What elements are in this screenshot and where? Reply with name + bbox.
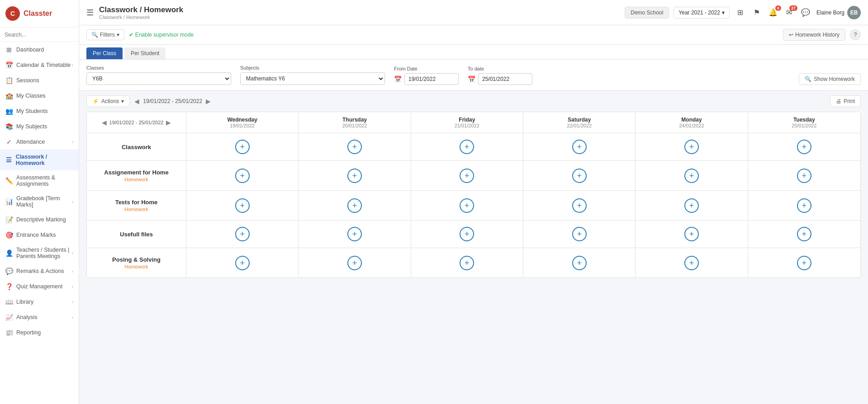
add-button-0-4[interactable]: + — [684, 140, 699, 154]
from-date-input[interactable] — [404, 73, 459, 85]
sidebar-item-my-subjects[interactable]: 📚 My Subjects — [0, 119, 79, 134]
sidebar-item-reporting[interactable]: 📰 Reporting — [0, 325, 79, 340]
remarks-icon: 💬 — [5, 268, 13, 275]
filters-button[interactable]: 🔍 Filters ▾ — [86, 29, 124, 40]
add-button-4-5[interactable]: + — [797, 256, 811, 270]
office-icon[interactable]: ⊞ — [734, 6, 747, 19]
subjects-select[interactable]: Mathematics Y6 — [240, 72, 385, 85]
flag-icon[interactable]: ⚑ — [750, 6, 763, 19]
add-button-2-2[interactable]: + — [460, 198, 474, 213]
sidebar-item-assessments[interactable]: ✏️ Assessments & Assignments — [0, 170, 79, 191]
app-logo-icon: C — [5, 6, 20, 21]
header-prev-icon[interactable]: ◀ — [102, 119, 107, 126]
add-button-4-2[interactable]: + — [460, 256, 474, 270]
add-button-3-1[interactable]: + — [347, 227, 362, 241]
add-button-1-3[interactable]: + — [572, 169, 587, 183]
sidebar-item-calendar[interactable]: 📅 Calendar & Timetable ‹ — [0, 57, 79, 73]
print-button[interactable]: 🖨 Print — [830, 95, 861, 107]
show-homework-button[interactable]: 🔍 Show Homework — [799, 73, 861, 85]
sidebar-item-library[interactable]: 📖 Library ‹ — [0, 294, 79, 310]
prev-arrow-icon[interactable]: ◀ — [134, 98, 139, 105]
add-button-3-3[interactable]: + — [572, 227, 587, 241]
header-col-5: Tuesday25/01/2022 — [748, 112, 860, 133]
add-button-3-0[interactable]: + — [235, 227, 250, 241]
header-next-icon[interactable]: ▶ — [166, 119, 171, 126]
sidebar-item-remarks[interactable]: 💬 Remarks & Actions ‹ — [0, 263, 79, 279]
add-button-1-1[interactable]: + — [347, 169, 362, 183]
tab-per-student[interactable]: Per Student — [124, 47, 166, 59]
schedule-header-nav: ◀ 19/01/2022 - 25/01/2022 ▶ — [87, 112, 186, 133]
sidebar-item-my-students[interactable]: 👥 My Students — [0, 103, 79, 119]
search-input[interactable] — [5, 32, 74, 38]
add-button-0-5[interactable]: + — [797, 140, 811, 154]
sidebar-item-my-classes[interactable]: 🏫 My Classes — [0, 88, 79, 103]
add-button-4-0[interactable]: + — [235, 256, 250, 270]
next-arrow-icon[interactable]: ▶ — [206, 98, 211, 105]
page-toolbar: 🔍 Filters ▾ ✔ Enable supervisor mode ↩ H… — [79, 25, 868, 45]
add-button-4-4[interactable]: + — [684, 256, 699, 270]
sidebar-item-descriptive[interactable]: 📝 Descriptive Marking — [0, 212, 79, 227]
demo-school-button[interactable]: Demo School — [625, 7, 669, 19]
app-name: Classter — [24, 9, 52, 18]
sidebar-item-analysis[interactable]: 📈 Analysis ‹ — [0, 310, 79, 325]
mail-icon[interactable]: ✉ 37 — [783, 6, 796, 19]
sidebar-item-sessions[interactable]: 📋 Sessions — [0, 73, 79, 88]
sidebar-item-classwork[interactable]: ☰ Classwork / Homework — [0, 150, 79, 170]
header-col-1: Thursday20/01/2022 — [299, 112, 411, 133]
add-button-4-3[interactable]: + — [572, 256, 587, 270]
sidebar-item-label: Attendance — [16, 139, 45, 145]
add-button-1-5[interactable]: + — [797, 169, 811, 183]
page-content: 🔍 Filters ▾ ✔ Enable supervisor mode ↩ H… — [79, 25, 868, 404]
add-button-3-5[interactable]: + — [797, 227, 811, 241]
supervisor-mode-toggle[interactable]: ✔ Enable supervisor mode — [129, 32, 194, 38]
sidebar-item-quiz[interactable]: ❓ Quiz Management ‹ — [0, 279, 79, 294]
add-button-1-4[interactable]: + — [684, 169, 699, 183]
sidebar-item-dashboard[interactable]: ⊞ Dashboard — [0, 42, 79, 57]
year-chevron-icon: ▾ — [722, 9, 725, 16]
table-row: Assignement for Home Homework ++++++ — [87, 161, 860, 191]
bell-icon[interactable]: 🔔 6 — [767, 6, 779, 19]
my-students-icon: 👥 — [5, 108, 13, 115]
descriptive-icon: 📝 — [5, 216, 13, 223]
cell-2-0: + — [186, 191, 299, 220]
add-button-2-4[interactable]: + — [684, 198, 699, 213]
add-button-2-1[interactable]: + — [347, 198, 362, 213]
help-button[interactable]: ? — [850, 29, 861, 40]
sidebar-item-label: Descriptive Marking — [16, 216, 66, 223]
add-button-3-2[interactable]: + — [460, 227, 474, 241]
add-button-0-1[interactable]: + — [347, 140, 362, 154]
header-col-4: Monday24/01/2022 — [636, 112, 748, 133]
actions-dropdown-button[interactable]: ⚡ Actions ▾ — [86, 95, 130, 107]
sidebar-item-gradebook[interactable]: 📊 Gradebook [Term Marks] ‹ — [0, 191, 79, 212]
sidebar-item-label: Sessions — [16, 77, 39, 84]
add-button-0-2[interactable]: + — [460, 140, 474, 154]
from-date-filter: From Date 📅 — [394, 66, 459, 85]
sidebar-item-entrance[interactable]: 🎯 Entrance Marks — [0, 227, 79, 243]
classes-select[interactable]: Y6B — [86, 72, 231, 85]
to-date-input[interactable] — [478, 73, 532, 85]
add-button-1-0[interactable]: + — [235, 169, 250, 183]
gradebook-icon: 📊 — [5, 198, 13, 205]
sidebar-item-teachers-meetings[interactable]: 👤 Teachers / Students | Parents Meetings… — [0, 243, 79, 263]
my-classes-icon: 🏫 — [5, 92, 13, 99]
add-button-2-3[interactable]: + — [572, 198, 587, 213]
year-selector[interactable]: Year 2021 - 2022 ▾ — [674, 7, 730, 19]
add-button-2-0[interactable]: + — [235, 198, 250, 213]
chevron-icon: ‹ — [72, 315, 73, 320]
homework-history-button[interactable]: ↩ Homework History — [783, 29, 845, 41]
add-button-0-3[interactable]: + — [572, 140, 587, 154]
hamburger-icon[interactable]: ☰ — [86, 8, 94, 18]
add-button-0-0[interactable]: + — [235, 140, 250, 154]
sidebar-item-label: Calendar & Timetable — [16, 62, 71, 68]
add-button-3-4[interactable]: + — [684, 227, 699, 241]
tab-per-class[interactable]: Per Class — [86, 47, 123, 59]
sidebar: C Classter ⊞ Dashboard 📅 Calendar & Time… — [0, 0, 79, 404]
sidebar-item-attendance[interactable]: ✓ Attendance ‹ — [0, 134, 79, 150]
attendance-icon: ✓ — [5, 138, 13, 146]
cell-0-1: + — [299, 133, 411, 160]
add-button-4-1[interactable]: + — [347, 256, 362, 270]
add-button-2-5[interactable]: + — [797, 198, 811, 213]
user-info[interactable]: Elaine Borg EB — [816, 6, 861, 19]
add-button-1-2[interactable]: + — [460, 169, 474, 183]
chat-icon[interactable]: 💬 — [799, 6, 812, 19]
